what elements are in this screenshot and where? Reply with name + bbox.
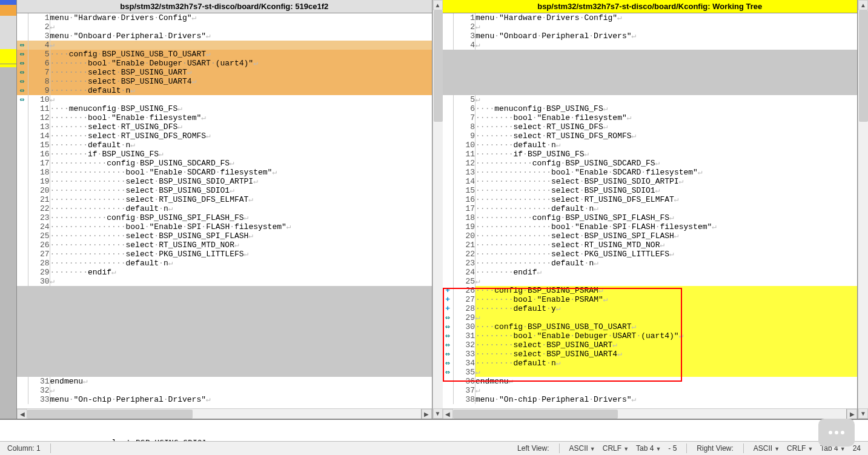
code-line[interactable]: ⇔8········select·BSP_USING_UART4↵ [17,77,432,86]
code-line[interactable]: 9········select·RT_USING_DFS_ROMFS↵ [443,131,858,141]
code-line[interactable]: 19················bool·"Enable·SPI·FLASH… [443,222,858,231]
right-vertical-scrollbar[interactable]: ▲ ▼ [858,0,868,419]
code-line[interactable] [17,350,432,359]
code-line[interactable]: 4↵ [443,41,858,50]
right-horizontal-scrollbar[interactable]: ◀ ▶ [443,408,858,419]
code-line[interactable]: 38menu·"On-chip·Peripheral·Drivers"↵ [443,395,858,404]
code-line[interactable]: 1menu·"Hardware·Drivers·Config"↵ [17,13,432,22]
code-line[interactable]: 22················select·PKG_USING_LITTL… [443,250,858,259]
code-line[interactable]: 1menu·"Hardware·Drivers·Config"↵ [443,13,858,22]
code-line[interactable]: 23············config·BSP_USING_SPI_FLASH… [17,213,432,222]
code-line[interactable]: 12········bool·"Enable·filesystem"↵ [17,113,432,122]
scroll-right-icon[interactable]: ▶ [847,409,857,419]
code-line[interactable]: ⇔35↵ [443,368,858,377]
overview-ruler[interactable] [0,0,17,419]
code-line[interactable]: 3menu·"Onboard·Peripheral·Drivers"↵ [17,32,432,41]
code-line[interactable]: 14········select·RT_USING_DFS_ROMFS↵ [17,131,432,141]
code-line[interactable]: 30↵ [17,277,432,286]
code-line[interactable]: 12············config·BSP_USING_SDCARD_FS… [443,159,858,168]
code-line[interactable] [17,340,432,350]
code-line[interactable] [17,286,432,295]
code-line[interactable]: 18················bool·"Enable·SDCARD·fi… [17,168,432,177]
code-line[interactable]: 15················select·BSP_USING_SDIO1… [443,186,858,195]
scroll-up-icon[interactable]: ▲ [433,0,443,10]
code-line[interactable]: +28········default·y↵ [443,304,858,313]
code-line[interactable]: 33menu·"On-chip·Peripheral·Drivers"↵ [17,395,432,404]
code-line[interactable]: 8········select·RT_USING_DFS↵ [443,122,858,131]
code-line[interactable]: ⇔9········default·n↵ [17,86,432,95]
code-line[interactable]: 36endmenu↵ [443,377,858,386]
code-line[interactable]: ⇔32········select·BSP_USING_UART↵ [443,340,858,350]
code-line[interactable] [443,59,858,68]
code-line[interactable] [17,313,432,322]
code-line[interactable]: 6····menuconfig·BSP_USING_FS↵ [443,104,858,113]
code-line[interactable]: 37↵ [443,386,858,395]
right-encoding[interactable]: ASCII▼ [750,444,783,453]
code-line[interactable]: 13················bool·"Enable·SDCARD·fi… [443,168,858,177]
code-line[interactable]: 25↵ [443,277,858,286]
code-line[interactable]: 7········bool·"Enable·filesystem"↵ [443,113,858,122]
code-line[interactable] [443,77,858,86]
code-line[interactable]: ⇔33········select·BSP_USING_UART4↵ [443,350,858,359]
code-line[interactable]: 21················select·RT_USING_DFS_EL… [17,195,432,204]
code-line[interactable]: 32↵ [17,386,432,395]
code-line[interactable]: 22················default·n↵ [17,204,432,213]
code-line[interactable]: ⇔30····config·BSP_USING_USB_TO_USART↵ [443,322,858,331]
code-line[interactable]: 11········if·BSP_USING_FS↵ [443,150,858,159]
right-eol[interactable]: CRLF▼ [783,444,817,453]
code-line[interactable] [17,304,432,313]
code-line[interactable]: +27········bool·"Enable·PSRAM"↵ [443,295,858,304]
code-line[interactable]: 5↵ [443,95,858,104]
code-line[interactable] [443,68,858,77]
scroll-up-icon[interactable]: ▲ [858,0,868,10]
code-line[interactable] [17,331,432,340]
code-line[interactable]: ⇔34········default·n↵ [443,359,858,368]
code-line[interactable]: 24················bool·"Enable·SPI·FLASH… [17,222,432,231]
code-line[interactable]: 10········default·n↵ [443,141,858,150]
left-eol[interactable]: CRLF▼ [599,444,632,453]
code-line[interactable] [17,359,432,368]
code-line[interactable]: 21················select·RT_USING_MTD_NO… [443,241,858,250]
code-line[interactable]: 24········endif↵ [443,268,858,277]
code-line[interactable]: 20················select·BSP_USING_SPI_F… [443,231,858,241]
code-line[interactable]: +26····config·BSP_USING_PSRAM↵ [443,286,858,295]
code-line[interactable]: 18············config·BSP_USING_SPI_FLASH… [443,213,858,222]
code-line[interactable]: 16········if·BSP_USING_FS↵ [17,150,432,159]
code-line[interactable]: 20················select·BSP_USING_SDIO1… [17,186,432,195]
code-line[interactable]: 2↵ [443,22,858,32]
left-tab[interactable]: Tab 4▼ [632,444,664,453]
code-line[interactable]: 19················select·BSP_USING_SDIO_… [17,177,432,186]
code-line[interactable]: 23················default·n↵ [443,259,858,268]
code-line[interactable] [17,368,432,377]
code-line[interactable] [443,50,858,59]
code-line[interactable]: 14················select·BSP_USING_SDIO_… [443,177,858,186]
code-line[interactable]: 25················select·BSP_USING_SPI_F… [17,231,432,241]
left-encoding[interactable]: ASCII▼ [566,444,599,453]
code-line[interactable]: ⇔6········bool·"Enable·Debuger·USART·(ua… [17,59,432,68]
code-line[interactable]: ⇔31········bool·"Enable·Debuger·USART·(u… [443,331,858,340]
code-line[interactable]: 2↵ [17,22,432,32]
scroll-left-icon[interactable]: ◀ [443,409,453,419]
code-line[interactable]: 13········select·RT_USING_DFS↵ [17,122,432,131]
code-line[interactable]: ⇔4↵ [17,41,432,50]
right-code-area[interactable]: 1menu·"Hardware·Drivers·Config"↵2↵3menu·… [443,13,858,408]
code-line[interactable]: ⇔7········select·BSP_USING_UART↵ [17,68,432,77]
code-line[interactable]: 26················select·RT_USING_MTD_NO… [17,241,432,250]
left-vertical-scrollbar[interactable]: ▲ ▼ [432,0,443,419]
code-line[interactable]: 17············config·BSP_USING_SDCARD_FS… [17,159,432,168]
scroll-right-icon[interactable]: ▶ [422,409,432,419]
code-line[interactable]: 11····menuconfig·BSP_USING_FS↵ [17,104,432,113]
code-line[interactable]: 15········default·n↵ [17,141,432,150]
code-line[interactable]: 3menu·"Onboard·Peripheral·Drivers"↵ [443,32,858,41]
code-line[interactable]: ⇔29↵ [443,313,858,322]
code-line[interactable]: 28················default·n↵ [17,259,432,268]
code-line[interactable]: 17················default·n↵ [443,204,858,213]
code-line[interactable]: ⇔10↵ [17,95,432,104]
code-line[interactable] [443,86,858,95]
code-line[interactable]: 27················select·PKG_USING_LITTL… [17,250,432,259]
scroll-down-icon[interactable]: ▼ [858,408,868,419]
code-line[interactable]: ⇔5····config·BSP_USING_USB_TO_USART↵ [17,50,432,59]
chat-bubble-icon[interactable] [818,419,855,447]
code-line[interactable]: 29········endif↵ [17,268,432,277]
scroll-down-icon[interactable]: ▼ [433,408,443,419]
